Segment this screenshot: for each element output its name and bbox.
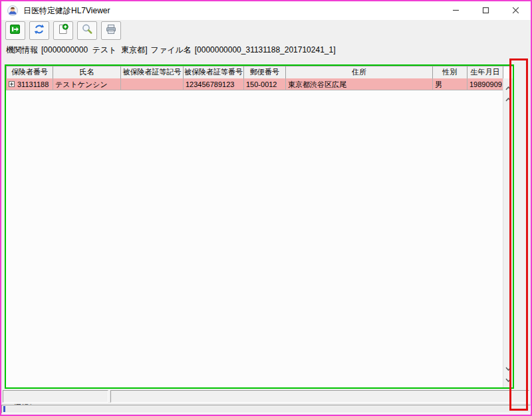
chevron-down-icon[interactable] bbox=[505, 373, 511, 385]
cell-name[interactable]: テストケンシン bbox=[53, 78, 121, 90]
column-header-address[interactable]: 住所 bbox=[286, 66, 433, 79]
status-message-panel bbox=[110, 390, 529, 403]
window-title: 日医特定健診HL7Viewer bbox=[23, 5, 110, 17]
search-icon bbox=[81, 23, 93, 38]
column-header-sex[interactable]: 性別 bbox=[433, 66, 467, 79]
org-info-value: [0000000000 テスト 東京都] bbox=[41, 45, 148, 56]
cell-birthdate[interactable]: 19890909 bbox=[467, 78, 503, 90]
maximize-button[interactable] bbox=[471, 1, 501, 20]
title-bar: 日医特定健診HL7Viewer bbox=[1, 1, 531, 20]
minimize-button[interactable] bbox=[441, 1, 471, 20]
cell-insured-number[interactable]: 123456789123 bbox=[184, 78, 244, 90]
column-header-insured-number[interactable]: 被保険者証等番号 bbox=[184, 66, 244, 79]
chevron-up-icon[interactable] bbox=[505, 92, 511, 104]
plus-box-icon[interactable] bbox=[9, 81, 15, 87]
toolbar bbox=[1, 20, 531, 41]
column-header-postal-code[interactable]: 郵便番号 bbox=[244, 66, 286, 79]
table-row[interactable]: 31131188 テストケンシン 123456789123 150-0012 東… bbox=[6, 78, 513, 90]
file-name-value: [0000000000_31131188_201710241_1] bbox=[195, 45, 336, 54]
open-file-button[interactable] bbox=[53, 21, 73, 40]
cell-postal-code[interactable]: 150-0012 bbox=[244, 78, 286, 90]
printer-icon bbox=[105, 23, 117, 38]
open-file-icon bbox=[57, 23, 69, 38]
cell-value: 31131188 bbox=[17, 79, 49, 90]
cell-insurer-number[interactable]: 31131188 bbox=[7, 78, 53, 90]
column-header-name[interactable]: 氏名 bbox=[53, 66, 121, 79]
exit-icon bbox=[9, 23, 21, 38]
bottom-status-strip bbox=[1, 405, 531, 413]
org-info-label: 機関情報 bbox=[6, 45, 38, 56]
chevron-up-icon[interactable] bbox=[505, 81, 511, 93]
column-header-birthdate[interactable]: 生年月日 bbox=[467, 66, 503, 79]
file-name-label: ファイル名 bbox=[151, 45, 192, 56]
info-bar: 機関情報 [0000000000 テスト 東京都] ファイル名 [0000000… bbox=[1, 41, 531, 58]
progress-indicator bbox=[3, 406, 5, 412]
chevron-down-icon[interactable] bbox=[505, 362, 511, 373]
cell-address[interactable]: 東京都渋谷区広尾 bbox=[286, 78, 433, 90]
app-icon bbox=[7, 5, 18, 16]
cell-insured-symbol[interactable] bbox=[121, 78, 184, 90]
minimize-icon bbox=[452, 5, 460, 17]
patient-grid: 保険者番号 氏名 被保険者証等記号 被保険者証等番号 郵便番号 住所 性別 生年… bbox=[5, 64, 514, 389]
search-button[interactable] bbox=[77, 21, 97, 40]
maximize-icon bbox=[482, 5, 489, 17]
refresh-button[interactable] bbox=[29, 21, 49, 40]
column-header-insurer-number[interactable]: 保険者番号 bbox=[7, 66, 53, 79]
print-button[interactable] bbox=[101, 21, 121, 40]
column-header-insured-symbol[interactable]: 被保険者証等記号 bbox=[121, 66, 184, 79]
status-selection-panel: 選択行: 1 1 bbox=[3, 390, 108, 403]
cell-sex[interactable]: 男 bbox=[433, 78, 467, 90]
vertical-scrollbar[interactable] bbox=[503, 78, 513, 387]
exit-button[interactable] bbox=[5, 21, 25, 40]
close-button[interactable] bbox=[501, 1, 531, 20]
app-window: 日医特定健診HL7Viewer bbox=[0, 0, 532, 416]
grid-header-row: 保険者番号 氏名 被保険者証等記号 被保険者証等番号 郵便番号 住所 性別 生年… bbox=[6, 66, 513, 78]
window-controls bbox=[441, 1, 531, 20]
refresh-icon bbox=[33, 23, 45, 38]
close-icon bbox=[512, 5, 519, 17]
